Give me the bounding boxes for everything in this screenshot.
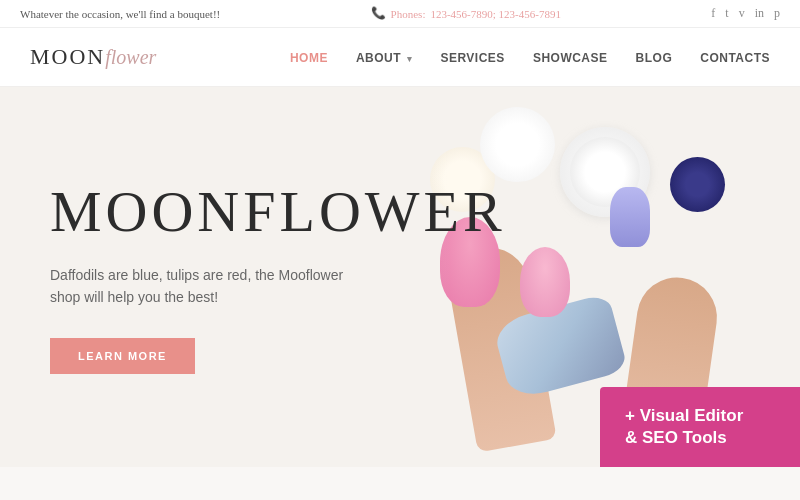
nav-link-home[interactable]: HOME xyxy=(290,51,328,65)
pinterest-icon[interactable]: p xyxy=(774,6,780,21)
nav-item-services[interactable]: SERVICES xyxy=(440,48,504,66)
nav-link-about[interactable]: ABOUT ▾ xyxy=(356,51,413,65)
nav-link-showcase[interactable]: SHOWCASE xyxy=(533,51,608,65)
phone-icon: 📞 xyxy=(371,6,386,21)
phone-info: 📞 Phones: 123-456-7890; 123-456-7891 xyxy=(371,6,561,21)
nav-item-home[interactable]: HOME xyxy=(290,48,328,66)
flower-white-2 xyxy=(480,107,555,182)
nav-link-blog[interactable]: BLOG xyxy=(636,51,673,65)
badge-line1: + Visual Editor xyxy=(625,405,775,427)
nav-item-about[interactable]: ABOUT ▾ xyxy=(356,48,413,66)
hero-title: MOONFLOWER xyxy=(50,180,430,244)
logo-flower: flower xyxy=(105,46,156,69)
visual-editor-badge: + Visual Editor & SEO Tools xyxy=(600,387,800,467)
hero-subtitle: Daffodils are blue, tulips are red, the … xyxy=(50,264,370,309)
hero-section: MOONFLOWER Daffodils are blue, tulips ar… xyxy=(0,87,800,467)
twitter-icon[interactable]: t xyxy=(725,6,728,21)
flower-lavender xyxy=(610,187,650,247)
logo-moon: MOON xyxy=(30,44,105,70)
social-links: f t v in p xyxy=(711,6,780,21)
nav-item-contacts[interactable]: CONTACTS xyxy=(700,48,770,66)
linkedin-icon[interactable]: in xyxy=(755,6,764,21)
logo[interactable]: MOON flower xyxy=(30,44,156,70)
navbar: MOON flower HOME ABOUT ▾ SERVICES SHOWCA… xyxy=(0,28,800,87)
flower-blue-dark xyxy=(670,157,725,212)
vimeo-icon[interactable]: v xyxy=(739,6,745,21)
nav-item-blog[interactable]: BLOG xyxy=(636,48,673,66)
flower-pink-2 xyxy=(520,247,570,317)
nav-menu: HOME ABOUT ▾ SERVICES SHOWCASE BLOG CONT… xyxy=(290,48,770,66)
phone-label: Phones: xyxy=(391,8,426,20)
nav-item-showcase[interactable]: SHOWCASE xyxy=(533,48,608,66)
tagline: Whatever the occasion, we'll find a bouq… xyxy=(20,8,220,20)
nav-link-contacts[interactable]: CONTACTS xyxy=(700,51,770,65)
chevron-down-icon: ▾ xyxy=(407,54,413,64)
facebook-icon[interactable]: f xyxy=(711,6,715,21)
hero-content: MOONFLOWER Daffodils are blue, tulips ar… xyxy=(0,140,480,415)
learn-more-button[interactable]: LEARN MORE xyxy=(50,338,195,374)
badge-line2: & SEO Tools xyxy=(625,427,775,449)
nav-link-services[interactable]: SERVICES xyxy=(440,51,504,65)
top-bar: Whatever the occasion, we'll find a bouq… xyxy=(0,0,800,28)
phone-numbers: 123-456-7890; 123-456-7891 xyxy=(430,8,560,20)
